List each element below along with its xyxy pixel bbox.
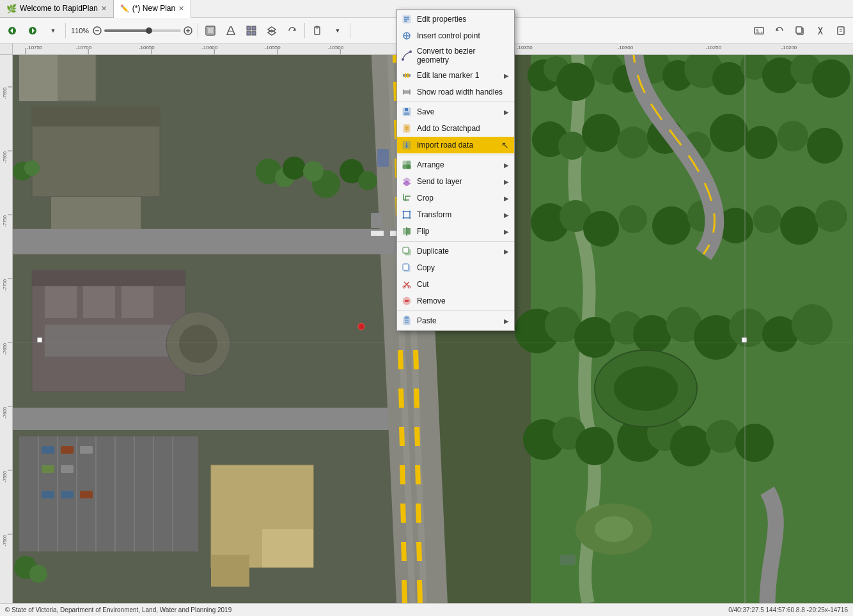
menu-item-convert-bezier[interactable]: Convert to bezier geometry [397, 44, 514, 67]
dropdown-tool[interactable]: ▼ [328, 21, 347, 40]
svg-rect-29 [838, 27, 844, 35]
copy-btn[interactable] [790, 21, 810, 40]
menu-item-remove[interactable]: Remove [397, 293, 514, 309]
menu-item-add-scratchpad[interactable]: Add to Scratchpad [397, 120, 514, 137]
svg-marker-197 [414, 389, 419, 408]
tab-new-plan-close[interactable]: ✕ [178, 4, 184, 13]
edit-lane-marker-icon [401, 70, 412, 81]
menu-item-insert-control-point[interactable]: Insert control point [397, 27, 514, 44]
svg-marker-204 [13, 229, 307, 254]
clipboard-tool[interactable] [308, 21, 327, 40]
svg-marker-185 [400, 504, 406, 523]
grid-tool[interactable] [242, 21, 261, 40]
right-toolbar [749, 21, 850, 40]
send-to-layer-arrow: ▶ [504, 178, 509, 185]
svg-text:-10550: -10550 [265, 45, 281, 50]
menu-item-edit-lane-marker[interactable]: Edit lane marker 1 ▶ [397, 67, 514, 84]
paste-btn[interactable] [831, 21, 850, 40]
zoom-out-icon[interactable] [93, 26, 102, 35]
svg-rect-93 [61, 446, 74, 454]
menu-sep-1 [397, 102, 514, 102]
tab-welcome[interactable]: 🌿 Welcome to RapidPlan ✕ [0, 0, 114, 18]
edit-lane-marker-label: Edit lane marker 1 [417, 71, 499, 80]
menu-item-flip[interactable]: Flip ▶ [397, 223, 514, 240]
svg-point-131 [617, 127, 649, 158]
save-arrow: ▶ [504, 109, 509, 116]
zoom-slider[interactable] [104, 29, 181, 32]
menu-item-edit-properties[interactable]: Edit properties [397, 11, 514, 27]
tab-welcome-close[interactable]: ✕ [101, 4, 107, 13]
zoom-in-icon[interactable] [184, 26, 192, 35]
menu-item-save[interactable]: Save ▶ [397, 104, 514, 120]
svg-rect-74 [51, 197, 141, 229]
import-road-data-icon [401, 139, 412, 151]
svg-rect-71 [19, 50, 58, 101]
menu-item-copy[interactable]: Copy [397, 259, 514, 276]
svg-rect-12 [247, 26, 251, 30]
svg-text:-10500: -10500 [328, 45, 344, 50]
dropdown-button[interactable]: ▼ [43, 21, 63, 40]
svg-rect-26 [796, 27, 802, 33]
svg-marker-186 [401, 542, 407, 561]
tab-new-plan[interactable]: ✏️ (*) New Plan ✕ [114, 0, 191, 18]
svg-marker-183 [399, 427, 405, 446]
refresh-tool[interactable] [283, 21, 302, 40]
sep2 [198, 23, 198, 38]
undo-btn[interactable] [770, 21, 789, 40]
coordinates-text: 0/40:37:27.5 144:57:60.8.8 -20:25x-14716 [728, 606, 848, 613]
forward-button[interactable] [23, 21, 42, 40]
insert-control-point-label: Insert control point [417, 31, 509, 40]
save-label: Save [417, 107, 499, 116]
svg-marker-23 [755, 31, 763, 34]
menu-item-show-road-width[interactable]: Show road width handles [397, 84, 514, 100]
tab-welcome-icon: 🌿 [6, 4, 17, 13]
menu-item-cut[interactable]: Cut [397, 276, 514, 293]
sep3 [304, 23, 305, 38]
sep4 [350, 23, 350, 38]
menu-item-send-to-layer[interactable]: Send to layer ▶ [397, 173, 514, 190]
copy-label: Copy [417, 263, 509, 272]
svg-point-163 [670, 426, 711, 466]
copy-icon [401, 262, 412, 273]
svg-point-130 [582, 114, 620, 152]
svg-rect-233 [403, 91, 410, 93]
svg-rect-232 [407, 73, 409, 78]
menu-item-paste[interactable]: Paste ▶ [397, 312, 514, 329]
svg-text:-7650: -7650 [3, 343, 7, 355]
svg-rect-265 [403, 247, 409, 253]
svg-point-106 [29, 565, 47, 583]
menu-item-duplicate[interactable]: Duplicate ▶ [397, 243, 514, 259]
edit-properties-label: Edit properties [417, 15, 509, 24]
svg-marker-182 [398, 389, 404, 408]
svg-rect-69 [13, 408, 396, 430]
menu-item-transform[interactable]: Transform ▶ [397, 206, 514, 223]
svg-marker-198 [414, 427, 420, 446]
svg-point-127 [812, 59, 850, 98]
svg-text:-7750: -7750 [3, 215, 7, 227]
hover-cursor: ↖ [501, 140, 509, 150]
select-tool[interactable] [201, 21, 220, 40]
svg-point-104 [24, 160, 40, 176]
svg-rect-206 [371, 231, 384, 236]
road-tool[interactable] [221, 21, 240, 40]
svg-point-169 [595, 516, 633, 542]
svg-rect-76 [32, 270, 185, 286]
arrange-label: Arrange [417, 160, 499, 169]
zoom-slider-track[interactable] [93, 26, 192, 35]
svg-point-164 [706, 420, 739, 453]
menu-item-arrange[interactable]: Arrange ▶ [397, 157, 514, 173]
menu-item-import-road-data[interactable]: Import road data ↖ [397, 137, 514, 153]
crop-label: Crop [417, 194, 499, 203]
cut-btn[interactable] [811, 21, 830, 40]
svg-rect-249 [407, 165, 411, 169]
svg-rect-216 [377, 149, 389, 167]
layer-tool[interactable] [262, 21, 281, 40]
svg-marker-196 [413, 350, 419, 369]
svg-point-134 [710, 114, 748, 152]
convert-bezier-icon [401, 50, 412, 61]
background-btn[interactable] [749, 21, 769, 40]
remove-icon [401, 295, 412, 307]
svg-rect-78 [83, 286, 115, 318]
menu-item-crop[interactable]: Crop ▶ [397, 190, 514, 206]
back-button[interactable] [3, 21, 22, 40]
